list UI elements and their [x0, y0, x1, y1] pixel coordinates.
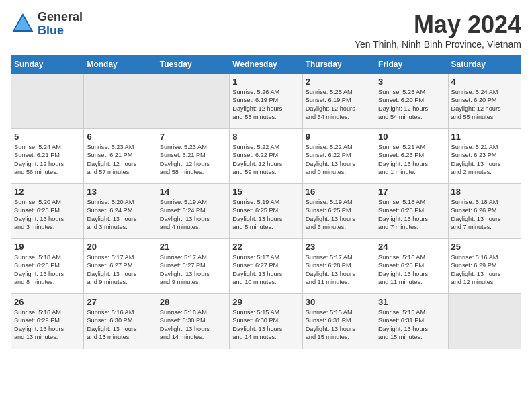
month-year: May 2024: [355, 11, 521, 39]
week-row-3: 19Sunrise: 5:18 AMSunset: 6:26 PMDayligh…: [11, 239, 521, 294]
day-number: 13: [87, 187, 153, 197]
calendar-cell: 7Sunrise: 5:23 AMSunset: 6:21 PMDaylight…: [157, 129, 229, 184]
calendar-cell: 22Sunrise: 5:17 AMSunset: 6:27 PMDayligh…: [230, 239, 302, 294]
day-number: 20: [87, 242, 153, 252]
cell-content: Sunrise: 5:19 AMSunset: 6:25 PMDaylight:…: [306, 198, 372, 232]
calendar-header: SundayMondayTuesdayWednesdayThursdayFrid…: [11, 56, 521, 74]
cell-content: Sunrise: 5:15 AMSunset: 6:31 PMDaylight:…: [378, 308, 445, 342]
calendar-cell: 16Sunrise: 5:19 AMSunset: 6:25 PMDayligh…: [302, 184, 375, 239]
location: Yen Thinh, Ninh Binh Province, Vietnam: [355, 39, 521, 50]
header-day-saturday: Saturday: [448, 56, 521, 74]
day-number: 14: [160, 187, 226, 197]
day-number: 25: [451, 242, 518, 252]
day-number: 12: [14, 187, 81, 197]
cell-content: Sunrise: 5:24 AMSunset: 6:20 PMDaylight:…: [451, 88, 518, 122]
cell-content: Sunrise: 5:17 AMSunset: 6:28 PMDaylight:…: [306, 253, 372, 287]
day-number: 15: [232, 187, 299, 197]
week-row-0: 1Sunrise: 5:26 AMSunset: 6:19 PMDaylight…: [11, 74, 521, 129]
cell-content: Sunrise: 5:17 AMSunset: 6:27 PMDaylight:…: [87, 253, 153, 287]
day-number: 7: [160, 132, 226, 142]
page-header: General Blue May 2024 Yen Thinh, Ninh Bi…: [11, 11, 521, 50]
calendar-cell: 10Sunrise: 5:21 AMSunset: 6:23 PMDayligh…: [375, 129, 448, 184]
day-number: 29: [232, 297, 299, 307]
day-number: 9: [306, 132, 372, 142]
day-number: 18: [451, 187, 518, 197]
day-number: 10: [378, 132, 445, 142]
cell-content: Sunrise: 5:20 AMSunset: 6:23 PMDaylight:…: [14, 198, 81, 232]
day-number: 30: [306, 297, 372, 307]
calendar-cell: 14Sunrise: 5:19 AMSunset: 6:24 PMDayligh…: [157, 184, 229, 239]
header-day-friday: Friday: [375, 56, 448, 74]
day-number: 3: [378, 77, 445, 87]
cell-content: Sunrise: 5:21 AMSunset: 6:23 PMDaylight:…: [451, 143, 518, 177]
calendar-cell: 27Sunrise: 5:16 AMSunset: 6:30 PMDayligh…: [84, 294, 157, 349]
header-row: SundayMondayTuesdayWednesdayThursdayFrid…: [11, 56, 521, 74]
week-row-4: 26Sunrise: 5:16 AMSunset: 6:29 PMDayligh…: [11, 294, 521, 349]
logo: General Blue: [11, 11, 83, 38]
calendar-cell: 2Sunrise: 5:25 AMSunset: 6:19 PMDaylight…: [302, 74, 375, 129]
logo-blue-text: Blue: [38, 24, 83, 38]
day-number: 23: [306, 242, 372, 252]
calendar-cell: 30Sunrise: 5:15 AMSunset: 6:31 PMDayligh…: [302, 294, 375, 349]
cell-content: Sunrise: 5:18 AMSunset: 6:26 PMDaylight:…: [14, 253, 81, 287]
cell-content: Sunrise: 5:16 AMSunset: 6:29 PMDaylight:…: [451, 253, 518, 287]
cell-content: Sunrise: 5:22 AMSunset: 6:22 PMDaylight:…: [306, 143, 372, 177]
day-number: 4: [451, 77, 518, 87]
day-number: 5: [14, 132, 81, 142]
cell-content: Sunrise: 5:21 AMSunset: 6:23 PMDaylight:…: [378, 143, 445, 177]
header-day-monday: Monday: [84, 56, 157, 74]
calendar-cell: 11Sunrise: 5:21 AMSunset: 6:23 PMDayligh…: [448, 129, 521, 184]
cell-content: Sunrise: 5:16 AMSunset: 6:30 PMDaylight:…: [160, 308, 226, 342]
calendar-cell: 3Sunrise: 5:25 AMSunset: 6:20 PMDaylight…: [375, 74, 448, 129]
day-number: 27: [87, 297, 153, 307]
calendar-cell: 31Sunrise: 5:15 AMSunset: 6:31 PMDayligh…: [375, 294, 448, 349]
logo-text: General Blue: [38, 11, 83, 38]
calendar-cell: 9Sunrise: 5:22 AMSunset: 6:22 PMDaylight…: [302, 129, 375, 184]
day-number: 21: [160, 242, 226, 252]
svg-marker-1: [15, 16, 31, 30]
cell-content: Sunrise: 5:18 AMSunset: 6:26 PMDaylight:…: [451, 198, 518, 232]
day-number: 31: [378, 297, 445, 307]
calendar-cell: [11, 74, 84, 129]
day-number: 19: [14, 242, 81, 252]
week-row-1: 5Sunrise: 5:24 AMSunset: 6:21 PMDaylight…: [11, 129, 521, 184]
logo-general-text: General: [38, 11, 83, 24]
day-number: 26: [14, 297, 81, 307]
cell-content: Sunrise: 5:23 AMSunset: 6:21 PMDaylight:…: [87, 143, 153, 177]
week-row-2: 12Sunrise: 5:20 AMSunset: 6:23 PMDayligh…: [11, 184, 521, 239]
calendar-cell: 6Sunrise: 5:23 AMSunset: 6:21 PMDaylight…: [84, 129, 157, 184]
cell-content: Sunrise: 5:17 AMSunset: 6:27 PMDaylight:…: [232, 253, 299, 287]
cell-content: Sunrise: 5:16 AMSunset: 6:29 PMDaylight:…: [14, 308, 81, 342]
cell-content: Sunrise: 5:16 AMSunset: 6:28 PMDaylight:…: [378, 253, 445, 287]
day-number: 2: [306, 77, 372, 87]
cell-content: Sunrise: 5:17 AMSunset: 6:27 PMDaylight:…: [160, 253, 226, 287]
cell-content: Sunrise: 5:25 AMSunset: 6:20 PMDaylight:…: [378, 88, 445, 122]
cell-content: Sunrise: 5:19 AMSunset: 6:24 PMDaylight:…: [160, 198, 226, 232]
calendar-cell: 21Sunrise: 5:17 AMSunset: 6:27 PMDayligh…: [157, 239, 229, 294]
day-number: 1: [232, 77, 299, 87]
calendar-cell: 19Sunrise: 5:18 AMSunset: 6:26 PMDayligh…: [11, 239, 84, 294]
calendar-cell: 5Sunrise: 5:24 AMSunset: 6:21 PMDaylight…: [11, 129, 84, 184]
calendar-cell: 23Sunrise: 5:17 AMSunset: 6:28 PMDayligh…: [302, 239, 375, 294]
calendar-body: 1Sunrise: 5:26 AMSunset: 6:19 PMDaylight…: [11, 74, 521, 349]
calendar-cell: 28Sunrise: 5:16 AMSunset: 6:30 PMDayligh…: [157, 294, 229, 349]
calendar-cell: 26Sunrise: 5:16 AMSunset: 6:29 PMDayligh…: [11, 294, 84, 349]
calendar-cell: 24Sunrise: 5:16 AMSunset: 6:28 PMDayligh…: [375, 239, 448, 294]
cell-content: Sunrise: 5:18 AMSunset: 6:25 PMDaylight:…: [378, 198, 445, 232]
calendar-cell: 8Sunrise: 5:22 AMSunset: 6:22 PMDaylight…: [230, 129, 302, 184]
cell-content: Sunrise: 5:20 AMSunset: 6:24 PMDaylight:…: [87, 198, 153, 232]
logo-icon: [11, 12, 35, 36]
day-number: 16: [306, 187, 372, 197]
calendar-cell: 17Sunrise: 5:18 AMSunset: 6:25 PMDayligh…: [375, 184, 448, 239]
calendar-cell: 12Sunrise: 5:20 AMSunset: 6:23 PMDayligh…: [11, 184, 84, 239]
calendar-cell: 18Sunrise: 5:18 AMSunset: 6:26 PMDayligh…: [448, 184, 521, 239]
cell-content: Sunrise: 5:15 AMSunset: 6:30 PMDaylight:…: [232, 308, 299, 342]
day-number: 17: [378, 187, 445, 197]
calendar-cell: 4Sunrise: 5:24 AMSunset: 6:20 PMDaylight…: [448, 74, 521, 129]
day-number: 6: [87, 132, 153, 142]
calendar-cell: [84, 74, 157, 129]
calendar-cell: 25Sunrise: 5:16 AMSunset: 6:29 PMDayligh…: [448, 239, 521, 294]
title-block: May 2024 Yen Thinh, Ninh Binh Province, …: [355, 11, 521, 50]
cell-content: Sunrise: 5:15 AMSunset: 6:31 PMDaylight:…: [306, 308, 372, 342]
calendar-cell: 29Sunrise: 5:15 AMSunset: 6:30 PMDayligh…: [230, 294, 302, 349]
